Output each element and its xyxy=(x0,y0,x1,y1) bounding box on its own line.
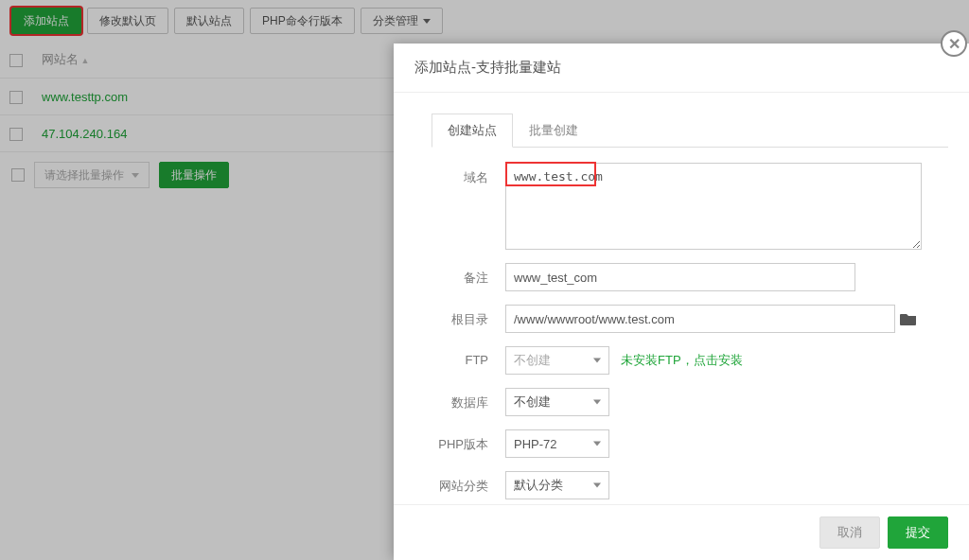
modal-title: 添加站点-支持批量建站 xyxy=(394,44,969,93)
root-dir-input[interactable] xyxy=(505,305,895,333)
tab-create-site[interactable]: 创建站点 xyxy=(432,114,513,148)
label-db: 数据库 xyxy=(414,388,505,411)
ftp-select-value: 不创建 xyxy=(514,352,551,369)
label-category: 网站分类 xyxy=(414,471,505,495)
domain-textarea[interactable]: www.test.com xyxy=(505,163,922,250)
submit-button[interactable]: 提交 xyxy=(888,516,948,549)
category-select-value: 默认分类 xyxy=(514,477,563,494)
label-php: PHP版本 xyxy=(414,429,505,453)
label-root: 根目录 xyxy=(414,305,505,328)
row-ftp: FTP 不创建 未安装FTP，点击安装 xyxy=(414,346,948,375)
ftp-install-hint[interactable]: 未安装FTP，点击安装 xyxy=(621,352,743,369)
remark-input[interactable] xyxy=(505,263,855,291)
row-php: PHP版本 PHP-72 xyxy=(414,429,948,458)
db-select-value: 不创建 xyxy=(514,394,551,411)
chevron-down-icon xyxy=(593,442,601,446)
close-icon[interactable]: ✕ xyxy=(941,30,967,57)
db-select[interactable]: 不创建 xyxy=(505,388,609,416)
chevron-down-icon xyxy=(593,359,601,363)
modal-body: 创建站点 批量创建 域名 www.test.com 备注 根目录 xyxy=(394,93,969,504)
row-category: 网站分类 默认分类 xyxy=(414,471,948,499)
folder-icon[interactable] xyxy=(895,312,922,325)
modal-footer: 取消 提交 xyxy=(394,504,969,560)
modal-tabs: 创建站点 批量创建 xyxy=(432,114,948,148)
row-root: 根目录 xyxy=(414,305,948,333)
label-ftp: FTP xyxy=(414,346,505,367)
php-select-value: PHP-72 xyxy=(514,437,557,451)
chevron-down-icon xyxy=(593,400,601,405)
row-domain: 域名 www.test.com xyxy=(414,163,948,250)
chevron-down-icon xyxy=(593,483,601,488)
ftp-select[interactable]: 不创建 xyxy=(505,346,609,375)
add-site-modal: 添加站点-支持批量建站 创建站点 批量创建 域名 www.test.com 备注… xyxy=(394,44,969,560)
cancel-button[interactable]: 取消 xyxy=(819,516,880,549)
php-version-select[interactable]: PHP-72 xyxy=(505,429,609,458)
label-remark: 备注 xyxy=(414,263,505,287)
label-domain: 域名 xyxy=(414,163,505,186)
category-select[interactable]: 默认分类 xyxy=(505,471,609,499)
row-remark: 备注 xyxy=(414,263,948,291)
row-db: 数据库 不创建 xyxy=(414,388,948,416)
tab-batch-create[interactable]: 批量创建 xyxy=(513,114,594,148)
